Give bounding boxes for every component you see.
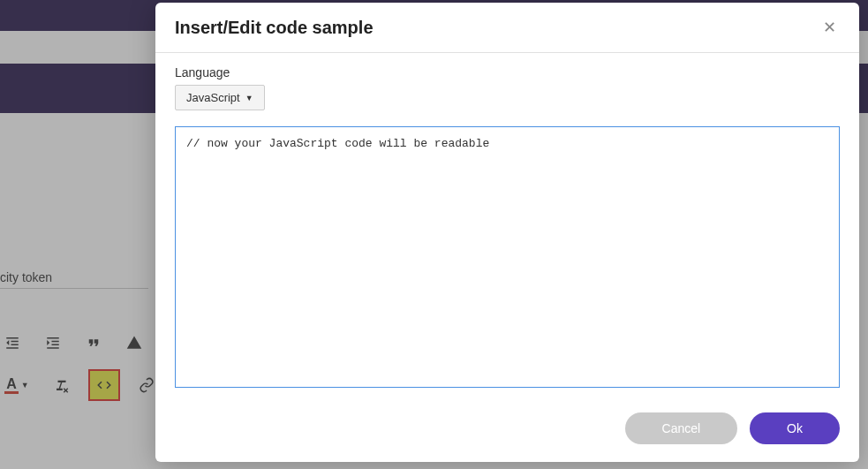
language-label: Language: [175, 65, 840, 79]
close-icon: ✕: [823, 18, 836, 37]
modal-body: Language JavaScript ▼: [155, 53, 859, 400]
modal-title: Insert/Edit code sample: [175, 18, 374, 38]
cancel-button[interactable]: Cancel: [625, 412, 738, 444]
ok-button[interactable]: Ok: [750, 412, 840, 444]
language-selected-value: JavaScript: [186, 91, 240, 104]
modal-header: Insert/Edit code sample ✕: [155, 3, 859, 53]
modal-footer: Cancel Ok: [155, 400, 859, 462]
language-select[interactable]: JavaScript ▼: [175, 85, 265, 110]
code-textarea[interactable]: [175, 126, 840, 388]
caret-down-icon: ▼: [245, 94, 253, 102]
close-button[interactable]: ✕: [819, 17, 840, 38]
code-sample-modal: Insert/Edit code sample ✕ Language JavaS…: [155, 3, 859, 462]
